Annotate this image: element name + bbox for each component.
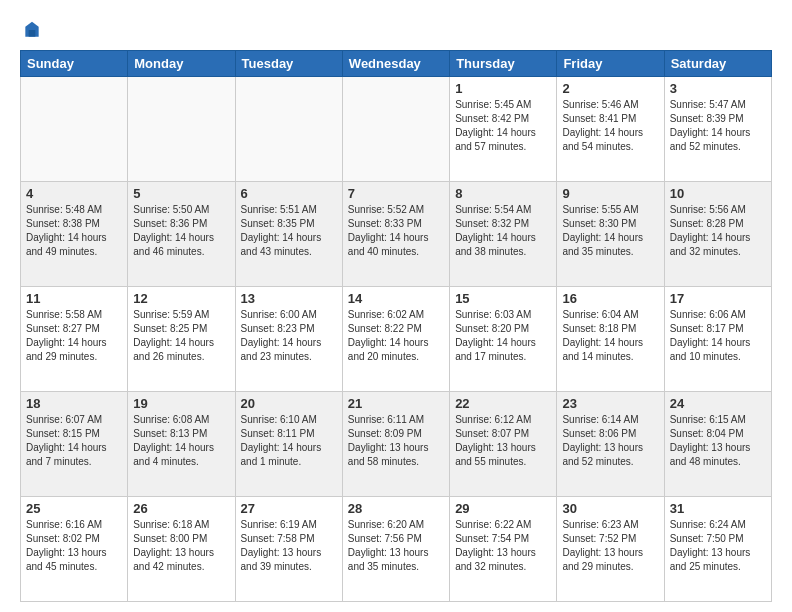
calendar-cell: 14Sunrise: 6:02 AM Sunset: 8:22 PM Dayli…	[342, 287, 449, 392]
day-info: Sunrise: 6:24 AM Sunset: 7:50 PM Dayligh…	[670, 518, 766, 574]
weekday-wednesday: Wednesday	[342, 51, 449, 77]
day-number: 16	[562, 291, 658, 306]
weekday-thursday: Thursday	[450, 51, 557, 77]
day-info: Sunrise: 6:06 AM Sunset: 8:17 PM Dayligh…	[670, 308, 766, 364]
day-info: Sunrise: 5:58 AM Sunset: 8:27 PM Dayligh…	[26, 308, 122, 364]
calendar-cell: 9Sunrise: 5:55 AM Sunset: 8:30 PM Daylig…	[557, 182, 664, 287]
week-row-3: 11Sunrise: 5:58 AM Sunset: 8:27 PM Dayli…	[21, 287, 772, 392]
day-number: 1	[455, 81, 551, 96]
calendar-cell: 1Sunrise: 5:45 AM Sunset: 8:42 PM Daylig…	[450, 77, 557, 182]
day-info: Sunrise: 5:55 AM Sunset: 8:30 PM Dayligh…	[562, 203, 658, 259]
calendar-cell: 18Sunrise: 6:07 AM Sunset: 8:15 PM Dayli…	[21, 392, 128, 497]
calendar-cell: 23Sunrise: 6:14 AM Sunset: 8:06 PM Dayli…	[557, 392, 664, 497]
calendar-cell: 8Sunrise: 5:54 AM Sunset: 8:32 PM Daylig…	[450, 182, 557, 287]
day-info: Sunrise: 5:51 AM Sunset: 8:35 PM Dayligh…	[241, 203, 337, 259]
calendar-table: SundayMondayTuesdayWednesdayThursdayFrid…	[20, 50, 772, 602]
calendar-cell: 13Sunrise: 6:00 AM Sunset: 8:23 PM Dayli…	[235, 287, 342, 392]
calendar-cell: 22Sunrise: 6:12 AM Sunset: 8:07 PM Dayli…	[450, 392, 557, 497]
week-row-4: 18Sunrise: 6:07 AM Sunset: 8:15 PM Dayli…	[21, 392, 772, 497]
calendar-cell: 5Sunrise: 5:50 AM Sunset: 8:36 PM Daylig…	[128, 182, 235, 287]
day-info: Sunrise: 6:18 AM Sunset: 8:00 PM Dayligh…	[133, 518, 229, 574]
calendar-cell: 6Sunrise: 5:51 AM Sunset: 8:35 PM Daylig…	[235, 182, 342, 287]
calendar-cell: 16Sunrise: 6:04 AM Sunset: 8:18 PM Dayli…	[557, 287, 664, 392]
calendar-cell: 27Sunrise: 6:19 AM Sunset: 7:58 PM Dayli…	[235, 497, 342, 602]
day-info: Sunrise: 6:19 AM Sunset: 7:58 PM Dayligh…	[241, 518, 337, 574]
day-info: Sunrise: 5:50 AM Sunset: 8:36 PM Dayligh…	[133, 203, 229, 259]
day-info: Sunrise: 5:47 AM Sunset: 8:39 PM Dayligh…	[670, 98, 766, 154]
day-number: 19	[133, 396, 229, 411]
calendar-cell: 19Sunrise: 6:08 AM Sunset: 8:13 PM Dayli…	[128, 392, 235, 497]
calendar-cell: 26Sunrise: 6:18 AM Sunset: 8:00 PM Dayli…	[128, 497, 235, 602]
day-number: 26	[133, 501, 229, 516]
day-info: Sunrise: 6:07 AM Sunset: 8:15 PM Dayligh…	[26, 413, 122, 469]
calendar-cell: 7Sunrise: 5:52 AM Sunset: 8:33 PM Daylig…	[342, 182, 449, 287]
day-info: Sunrise: 6:16 AM Sunset: 8:02 PM Dayligh…	[26, 518, 122, 574]
day-number: 30	[562, 501, 658, 516]
calendar-cell: 30Sunrise: 6:23 AM Sunset: 7:52 PM Dayli…	[557, 497, 664, 602]
day-number: 25	[26, 501, 122, 516]
day-number: 28	[348, 501, 444, 516]
day-number: 3	[670, 81, 766, 96]
calendar-cell: 15Sunrise: 6:03 AM Sunset: 8:20 PM Dayli…	[450, 287, 557, 392]
day-info: Sunrise: 6:20 AM Sunset: 7:56 PM Dayligh…	[348, 518, 444, 574]
calendar-cell: 17Sunrise: 6:06 AM Sunset: 8:17 PM Dayli…	[664, 287, 771, 392]
weekday-friday: Friday	[557, 51, 664, 77]
weekday-tuesday: Tuesday	[235, 51, 342, 77]
calendar-cell: 31Sunrise: 6:24 AM Sunset: 7:50 PM Dayli…	[664, 497, 771, 602]
day-info: Sunrise: 5:54 AM Sunset: 8:32 PM Dayligh…	[455, 203, 551, 259]
day-number: 12	[133, 291, 229, 306]
day-number: 10	[670, 186, 766, 201]
day-number: 21	[348, 396, 444, 411]
day-info: Sunrise: 6:00 AM Sunset: 8:23 PM Dayligh…	[241, 308, 337, 364]
logo-icon	[22, 20, 42, 40]
day-info: Sunrise: 5:45 AM Sunset: 8:42 PM Dayligh…	[455, 98, 551, 154]
day-info: Sunrise: 6:03 AM Sunset: 8:20 PM Dayligh…	[455, 308, 551, 364]
day-number: 23	[562, 396, 658, 411]
day-info: Sunrise: 5:48 AM Sunset: 8:38 PM Dayligh…	[26, 203, 122, 259]
day-number: 9	[562, 186, 658, 201]
day-number: 13	[241, 291, 337, 306]
logo	[20, 20, 42, 40]
weekday-header-row: SundayMondayTuesdayWednesdayThursdayFrid…	[21, 51, 772, 77]
day-number: 2	[562, 81, 658, 96]
calendar-cell: 28Sunrise: 6:20 AM Sunset: 7:56 PM Dayli…	[342, 497, 449, 602]
calendar-cell: 21Sunrise: 6:11 AM Sunset: 8:09 PM Dayli…	[342, 392, 449, 497]
day-number: 17	[670, 291, 766, 306]
day-info: Sunrise: 6:08 AM Sunset: 8:13 PM Dayligh…	[133, 413, 229, 469]
day-info: Sunrise: 6:12 AM Sunset: 8:07 PM Dayligh…	[455, 413, 551, 469]
day-info: Sunrise: 5:52 AM Sunset: 8:33 PM Dayligh…	[348, 203, 444, 259]
day-number: 11	[26, 291, 122, 306]
day-number: 18	[26, 396, 122, 411]
day-info: Sunrise: 6:10 AM Sunset: 8:11 PM Dayligh…	[241, 413, 337, 469]
day-number: 24	[670, 396, 766, 411]
day-number: 5	[133, 186, 229, 201]
calendar-cell	[342, 77, 449, 182]
day-number: 22	[455, 396, 551, 411]
calendar-cell: 3Sunrise: 5:47 AM Sunset: 8:39 PM Daylig…	[664, 77, 771, 182]
day-info: Sunrise: 6:23 AM Sunset: 7:52 PM Dayligh…	[562, 518, 658, 574]
calendar-cell	[128, 77, 235, 182]
day-number: 29	[455, 501, 551, 516]
day-number: 27	[241, 501, 337, 516]
calendar-cell: 29Sunrise: 6:22 AM Sunset: 7:54 PM Dayli…	[450, 497, 557, 602]
day-number: 14	[348, 291, 444, 306]
day-info: Sunrise: 6:04 AM Sunset: 8:18 PM Dayligh…	[562, 308, 658, 364]
weekday-saturday: Saturday	[664, 51, 771, 77]
weekday-sunday: Sunday	[21, 51, 128, 77]
calendar-cell: 4Sunrise: 5:48 AM Sunset: 8:38 PM Daylig…	[21, 182, 128, 287]
day-info: Sunrise: 5:56 AM Sunset: 8:28 PM Dayligh…	[670, 203, 766, 259]
day-number: 31	[670, 501, 766, 516]
calendar-cell: 20Sunrise: 6:10 AM Sunset: 8:11 PM Dayli…	[235, 392, 342, 497]
day-info: Sunrise: 6:15 AM Sunset: 8:04 PM Dayligh…	[670, 413, 766, 469]
calendar-cell: 12Sunrise: 5:59 AM Sunset: 8:25 PM Dayli…	[128, 287, 235, 392]
day-info: Sunrise: 6:11 AM Sunset: 8:09 PM Dayligh…	[348, 413, 444, 469]
day-number: 8	[455, 186, 551, 201]
calendar-cell	[235, 77, 342, 182]
weekday-monday: Monday	[128, 51, 235, 77]
day-number: 20	[241, 396, 337, 411]
calendar-cell: 24Sunrise: 6:15 AM Sunset: 8:04 PM Dayli…	[664, 392, 771, 497]
calendar-cell: 2Sunrise: 5:46 AM Sunset: 8:41 PM Daylig…	[557, 77, 664, 182]
day-number: 6	[241, 186, 337, 201]
week-row-5: 25Sunrise: 6:16 AM Sunset: 8:02 PM Dayli…	[21, 497, 772, 602]
day-info: Sunrise: 5:46 AM Sunset: 8:41 PM Dayligh…	[562, 98, 658, 154]
